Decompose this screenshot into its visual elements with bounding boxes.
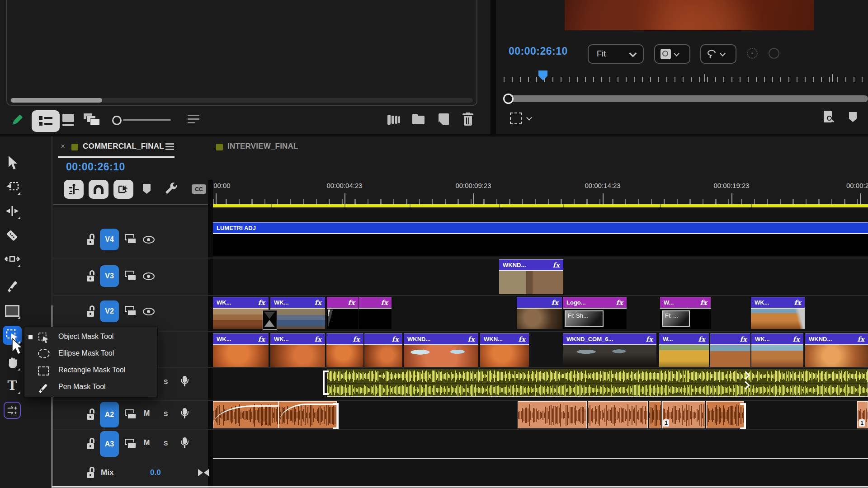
clip-wknd-v1[interactable]: WKND...fx bbox=[805, 333, 868, 367]
trim-bracket[interactable] bbox=[333, 403, 339, 429]
trim-bracket[interactable] bbox=[323, 371, 329, 395]
fx-badge[interactable]: fx bbox=[381, 299, 388, 307]
fx-badge[interactable]: fx bbox=[646, 335, 653, 343]
edit-pencil-icon[interactable] bbox=[10, 113, 24, 127]
ripple-edit-tool[interactable] bbox=[3, 202, 22, 221]
clip-fx-v2[interactable]: fx bbox=[517, 297, 562, 329]
fx-badge[interactable]: fx bbox=[698, 335, 705, 343]
clip-wk-v1[interactable]: WK...fx bbox=[751, 333, 803, 367]
toggle-track-output-eye-icon[interactable] bbox=[143, 272, 155, 280]
sort-icon[interactable] bbox=[188, 114, 199, 126]
audio-clip-a2[interactable] bbox=[518, 401, 587, 428]
fx-badge[interactable]: fx bbox=[858, 335, 864, 343]
fx-badge[interactable]: fx bbox=[348, 299, 355, 307]
mix-volume-value[interactable]: 0.0 bbox=[150, 468, 161, 477]
audio-clip-a2[interactable] bbox=[649, 401, 661, 428]
clip-wkn-v1[interactable]: WKN...fx bbox=[480, 333, 529, 367]
clip-w-v1[interactable]: W...fx bbox=[659, 333, 709, 367]
track-v2-label[interactable]: V2 bbox=[100, 300, 119, 322]
voiceover-record-mic-icon[interactable] bbox=[181, 408, 189, 419]
remix-tool[interactable] bbox=[3, 401, 22, 420]
fx-badge[interactable]: fx bbox=[552, 299, 558, 307]
mask-lasso-button[interactable] bbox=[700, 44, 736, 64]
fx-badge[interactable]: fx bbox=[793, 335, 800, 343]
timeline-settings-wrench-icon[interactable] bbox=[164, 182, 178, 196]
menu-item-object-mask-tool[interactable]: Object Mask Tool bbox=[24, 329, 157, 346]
list-view-button[interactable] bbox=[32, 110, 60, 132]
icon-view-button[interactable] bbox=[62, 114, 74, 127]
clip-logo-v2[interactable]: Logo...fx Fl: Sh... bbox=[563, 297, 627, 329]
proxy-toggle-button[interactable] bbox=[654, 44, 690, 64]
track-a3-mute-button[interactable]: M bbox=[144, 439, 150, 447]
clip-wk-v2[interactable]: WK...fx bbox=[270, 297, 325, 329]
clip-wk-v1[interactable]: WK...fx bbox=[270, 333, 325, 367]
selection-tool[interactable] bbox=[3, 153, 22, 172]
source-patch-icon[interactable] bbox=[125, 439, 136, 448]
menu-item-pen-mask-tool[interactable]: Pen Mask Tool bbox=[24, 379, 157, 396]
fx-badge[interactable]: fx bbox=[315, 299, 321, 307]
panel-divider[interactable] bbox=[491, 0, 496, 135]
transform-mask-mode-button[interactable] bbox=[510, 113, 537, 124]
track-a2-mute-button[interactable]: M bbox=[144, 409, 150, 418]
timeline-ruler[interactable] bbox=[213, 199, 868, 204]
audio-clip-a2[interactable] bbox=[213, 401, 278, 428]
lock-track-icon[interactable] bbox=[87, 408, 95, 420]
audio-clip-a2[interactable] bbox=[706, 401, 744, 428]
lock-track-icon[interactable] bbox=[87, 270, 95, 282]
program-zoom-handle[interactable] bbox=[503, 94, 514, 104]
snap-target-icon[interactable] bbox=[747, 48, 758, 59]
fx-badge[interactable]: fx bbox=[616, 299, 623, 307]
fx-badge[interactable]: fx bbox=[700, 299, 707, 307]
nest-sequences-button[interactable] bbox=[64, 180, 84, 199]
track-a3-solo-button[interactable]: S bbox=[164, 440, 168, 447]
tab-interview-final[interactable]: INTERVIEW_FINAL bbox=[227, 142, 298, 151]
fx-badge[interactable]: fx bbox=[258, 335, 265, 343]
lock-track-icon[interactable] bbox=[87, 438, 95, 449]
video-transition[interactable] bbox=[263, 310, 277, 330]
voiceover-record-mic-icon[interactable] bbox=[181, 376, 189, 387]
track-v3-label[interactable]: V3 bbox=[100, 265, 119, 287]
lock-track-icon[interactable] bbox=[87, 467, 95, 478]
source-patch-icon[interactable] bbox=[125, 271, 136, 280]
slip-tool[interactable] bbox=[3, 249, 22, 268]
lock-track-icon[interactable] bbox=[87, 305, 95, 317]
program-timecode[interactable]: 00:00:26:10 bbox=[509, 45, 568, 57]
clip-fx-v1[interactable]: fx bbox=[326, 333, 363, 367]
trim-bracket[interactable] bbox=[740, 403, 746, 429]
track-a2-solo-button[interactable]: S bbox=[164, 410, 168, 418]
fx-badge[interactable]: fx bbox=[258, 299, 265, 307]
clip-wk-v1[interactable]: WK...fx bbox=[213, 333, 269, 367]
fx-badge[interactable]: fx bbox=[353, 335, 360, 343]
program-mini-timeline-ruler[interactable] bbox=[504, 74, 868, 82]
pen-tool[interactable] bbox=[3, 277, 22, 296]
clip-wknd-v3[interactable]: WKND... fx bbox=[499, 259, 563, 294]
circle-icon[interactable] bbox=[769, 48, 779, 59]
work-area-bar[interactable] bbox=[213, 204, 868, 207]
clip-fx-v1[interactable]: fx bbox=[364, 333, 402, 367]
fx-badge[interactable]: fx bbox=[794, 299, 801, 307]
delete-trash-icon[interactable] bbox=[462, 113, 473, 126]
toggle-track-output-eye-icon[interactable] bbox=[143, 236, 155, 244]
source-patch-icon[interactable] bbox=[125, 409, 136, 418]
audio-clip-a2[interactable] bbox=[278, 401, 337, 428]
voiceover-record-mic-icon[interactable] bbox=[181, 437, 189, 448]
zoom-slider-track[interactable] bbox=[123, 119, 171, 121]
tab-commercial-final[interactable]: COMMERCIAL_FINAL bbox=[83, 142, 164, 151]
source-patch-icon[interactable] bbox=[125, 306, 136, 315]
zoom-level-select[interactable]: Fit bbox=[588, 44, 644, 64]
close-tab-icon[interactable]: × bbox=[61, 142, 65, 151]
fx-badge[interactable]: fx bbox=[392, 335, 399, 343]
track-v4-label[interactable]: V4 bbox=[100, 229, 119, 250]
fx-badge[interactable]: fx bbox=[553, 261, 560, 269]
toggle-track-output-eye-icon[interactable] bbox=[143, 308, 155, 315]
new-bin-folder-icon[interactable] bbox=[412, 113, 425, 126]
clip-wk-v2[interactable]: WK...fx bbox=[213, 297, 269, 329]
clip-lumetri-adj[interactable]: LUMETRI ADJ bbox=[213, 222, 868, 256]
new-item-icon[interactable] bbox=[439, 113, 449, 125]
clip-wknd-v1[interactable]: WKND...fx bbox=[404, 333, 478, 367]
program-zoom-scrollbar[interactable] bbox=[509, 95, 868, 102]
clip-wknd-com-6-v1[interactable]: WKND_COM_6...fx bbox=[563, 333, 656, 367]
audio-clip-a1[interactable] bbox=[327, 369, 868, 397]
bin-content-area[interactable] bbox=[6, 0, 477, 106]
clip-fx-v2[interactable]: fx bbox=[359, 297, 392, 329]
